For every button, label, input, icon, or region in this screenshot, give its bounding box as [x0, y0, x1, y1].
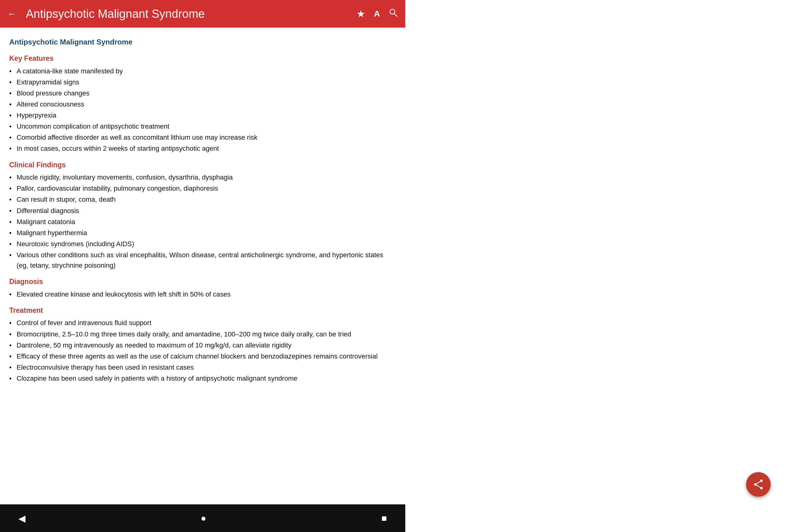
- list-item: •Efficacy of these three agents as well …: [9, 351, 396, 362]
- section-heading-treatment: Treatment: [9, 305, 396, 316]
- list-item: •Extrapyramidal signs: [9, 77, 396, 88]
- list-item: •Uncommon complication of antipsychotic …: [9, 121, 396, 132]
- list-item: •Control of fever and intravenous fluid …: [9, 318, 396, 328]
- section-heading-diagnosis: Diagnosis: [9, 276, 396, 287]
- list-item: •Neurotoxic syndromes (including AIDS): [9, 239, 396, 249]
- search-icon[interactable]: [389, 8, 398, 20]
- topbar-title: Antipsychotic Malignant Syndrome: [26, 7, 350, 21]
- list-item: •Malignant hyperthermia: [9, 228, 396, 238]
- svg-line-1: [394, 14, 397, 17]
- list-item: •Pallor, cardiovascular instability, pul…: [9, 183, 396, 194]
- back-button[interactable]: ←: [7, 8, 17, 19]
- topbar-icons: ★ A: [356, 8, 398, 20]
- list-item: •Hyperpyrexia: [9, 110, 396, 121]
- list-item: •Dantrolene, 50 mg intravenously as need…: [9, 340, 396, 351]
- list-item: •Electroconvulsive therapy has been used…: [9, 362, 396, 373]
- list-item: •Blood pressure changes: [9, 88, 396, 98]
- list-item: •Clozapine has been used safely in patie…: [9, 373, 396, 384]
- list-item: •A catatonia-like state manifested by: [9, 66, 396, 76]
- font-icon[interactable]: A: [374, 9, 380, 19]
- topbar: ← Antipsychotic Malignant Syndrome ★ A: [0, 0, 405, 28]
- list-item: •Differential diagnosis: [9, 206, 396, 216]
- section-heading-key-features: Key Features: [9, 53, 396, 64]
- list-item: •In most cases, occurs within 2 weeks of…: [9, 143, 396, 154]
- section-heading-clinical-findings: Clinical Findings: [9, 160, 396, 171]
- list-item: •Altered consciousness: [9, 99, 396, 110]
- list-item: •Bromocriptine, 2.5–10.0 mg three times …: [9, 329, 396, 340]
- list-item: •Can result in stupor, coma, death: [9, 194, 396, 205]
- content-area: Antipsychotic Malignant Syndrome Key Fea…: [0, 28, 405, 397]
- list-item: •Malignant catatonia: [9, 217, 396, 227]
- page-title: Antipsychotic Malignant Syndrome: [9, 36, 396, 48]
- list-item: •Elevated creatine kinase and leukocytos…: [9, 289, 396, 300]
- list-item: •Muscle rigidity, involuntary movements,…: [9, 172, 396, 183]
- svg-point-0: [390, 9, 395, 14]
- favorite-icon[interactable]: ★: [356, 8, 365, 20]
- list-item: •Comorbid affective disorder as well as …: [9, 132, 396, 143]
- list-item: •Various other conditions such as viral …: [9, 250, 396, 271]
